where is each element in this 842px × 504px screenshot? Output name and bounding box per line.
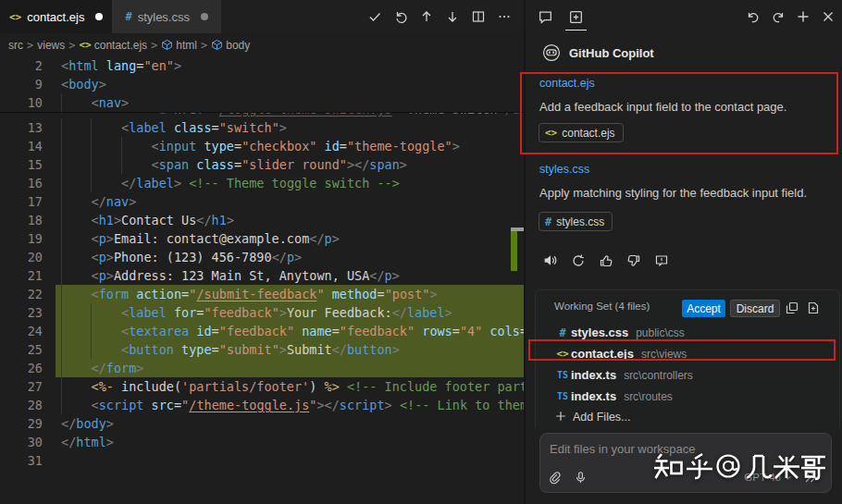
code-line-text: <p>Address: 123 Main St, Anytown, USA</p… [61,266,400,285]
redo-icon[interactable] [770,8,786,24]
chat-view-icon[interactable] [537,8,554,26]
file-path: public\css [636,326,685,339]
ts-file-icon: TS [554,370,571,380]
code-line-text: <label class="switch"> [61,118,287,137]
breadcrumb-label: html [176,39,197,52]
breadcrumb-separator: > [27,39,33,52]
line-number: 14 [0,137,43,155]
dirty-indicator-icon[interactable] [201,13,208,20]
code-line-text: <a href="/toggle-theme-switch.js">Theme … [61,112,525,118]
response-actions [542,252,669,268]
discard-change-icon[interactable] [392,9,408,25]
discard-button[interactable]: Discard [730,300,780,317]
breadcrumb-item-src[interactable]: src [8,39,23,52]
response-file-link[interactable]: styles.css [539,163,589,176]
file-chip-styles-css[interactable]: # styles.css [539,212,613,231]
code-line-19[interactable]: 19 <p>Email: contact@example.com</p> [0,229,525,248]
thumbs-down-icon[interactable] [625,252,641,268]
code-line-2[interactable]: 2<html lang="en"> [0,56,525,75]
code-line-22[interactable]: 22 <form action="/submit-feedback" metho… [0,285,525,303]
file-chip-contact-ejs[interactable]: <> contact.ejs [539,123,624,142]
working-set-file-contact-ejs[interactable]: <>contact.ejssrc\views [536,343,839,364]
chip-label: styles.css [556,215,604,228]
attach-context-icon[interactable] [547,470,563,486]
code-line-text: <%- include('partials/footer') %> <!-- I… [61,377,580,396]
read-aloud-icon[interactable] [542,252,558,268]
code-line-text: <button type="submit">Submit</button> [61,340,400,359]
css-file-icon: # [554,326,571,339]
code-line-26[interactable]: 26 </form> [0,359,525,377]
code-line-10[interactable]: 10 <nav> [0,93,525,112]
split-editor-icon[interactable] [470,9,486,25]
regenerate-icon[interactable] [570,252,586,268]
code-line-13[interactable]: 13 <label class="switch"> [0,118,525,137]
breadcrumb-item-body[interactable]: body [211,39,250,52]
tab-contact-ejs[interactable]: <> contact.ejs [0,0,112,33]
chip-label: contact.ejs [562,127,614,140]
line-number: 17 [0,192,43,211]
line-number: 22 [0,285,43,303]
breadcrumb-item-views[interactable]: views [37,39,65,52]
ejs-file-icon: <> [554,348,571,360]
dirty-indicator-icon[interactable] [95,13,103,20]
accept-button[interactable]: Accept [682,300,725,317]
open-changes-icon[interactable] [784,300,800,316]
code-line-14[interactable]: 14 <input type="checkbox" id="theme-togg… [0,137,525,155]
working-set-file-index-ts[interactable]: TSindex.tssrc\routes [536,386,839,407]
copilot-edits-view-icon[interactable] [567,8,585,26]
next-change-icon[interactable] [444,9,460,25]
response-file-link[interactable]: contact.ejs [539,77,595,90]
line-number: 10 [0,93,43,112]
line-number: 15 [0,155,43,174]
code-editor[interactable]: 2<html lang="en">9<body>10 <nav> <a href… [0,56,525,470]
tab-styles-css[interactable]: # styles.css [112,0,221,33]
code-line-31[interactable]: 31 [0,451,525,470]
code-line-text: <input type="checkbox" id="theme-toggle"… [61,137,460,155]
code-line-30[interactable]: 30</html> [0,433,525,451]
code-line-text: <label for="feedback">Your Feedback:</la… [61,303,452,322]
copilot-edits-panel: GitHub Copilot contact.ejs Add a feedbac… [526,0,842,504]
code-line-16[interactable]: 16 </label> <!-- Theme toggle switch --> [0,174,525,192]
code-line-23[interactable]: 23 <label for="feedback">Your Feedback:<… [0,303,525,322]
code-line-24[interactable]: 24 <textarea id="feedback" name="feedbac… [0,322,525,340]
code-line-21[interactable]: 21 <p>Address: 123 Main St, Anytown, USA… [0,266,525,285]
code-line-17[interactable]: 17 </nav> [0,192,525,211]
report-issue-icon[interactable] [653,252,669,268]
code-line-28[interactable]: 28 <script src="/theme-toggle.js"></scri… [0,396,525,414]
working-set-file-index-ts[interactable]: TSindex.tssrc\controllers [536,364,839,386]
undo-icon[interactable] [745,8,761,24]
tab-label: styles.css [138,10,190,24]
breadcrumb-item-contact-ejs[interactable]: <>contact.ejs [79,39,147,52]
code-line-25[interactable]: 25 <button type="submit">Submit</button> [0,340,525,359]
code-line-29[interactable]: 29</body> [0,414,525,433]
editor-group: <> contact.ejs # styles.css [0,0,525,504]
code-line-20[interactable]: 20 <p>Phone: (123) 456-7890</p> [0,248,525,266]
working-set-header: Working Set (4 files) Accept Discard [536,297,839,317]
breadcrumb-label: views [37,39,65,52]
code-line-text: </label> <!-- Theme toggle switch --> [61,174,400,192]
code-line-15[interactable]: 15 <span class="slider round"></span> [0,155,525,174]
new-session-icon[interactable] [795,8,811,24]
code-line-18[interactable]: 18 <h1>Contact Us</h1> [0,211,525,229]
code-line-9[interactable]: 9<body> [0,75,525,93]
breadcrumb-item-html[interactable]: html [161,39,197,52]
ejs-file-icon: <> [9,11,21,23]
save-all-icon[interactable] [805,300,822,316]
symbol-element-icon [161,39,173,51]
line-number: 27 [0,377,43,396]
microphone-icon[interactable] [573,470,588,486]
thumbs-up-icon[interactable] [598,252,613,268]
add-files-button[interactable]: Add Files... [536,407,839,427]
code-line-text: <html lang="en"> [61,56,181,75]
previous-change-icon[interactable] [418,9,434,25]
more-actions-icon[interactable] [496,9,512,25]
line-number: 24 [0,322,43,340]
accept-change-icon[interactable] [366,9,382,25]
working-set-file-styles-css[interactable]: #styles.csspublic\css [536,322,839,343]
close-panel-icon[interactable] [820,8,836,24]
line-number: 13 [0,118,43,137]
code-line-27[interactable]: 27 <%- include('partials/footer') %> <!-… [0,377,525,396]
code-line-clipped[interactable]: <a href="/toggle-theme-switch.js">Theme … [0,112,525,118]
line-number: 2 [0,56,43,75]
file-name: index.ts [571,389,616,403]
